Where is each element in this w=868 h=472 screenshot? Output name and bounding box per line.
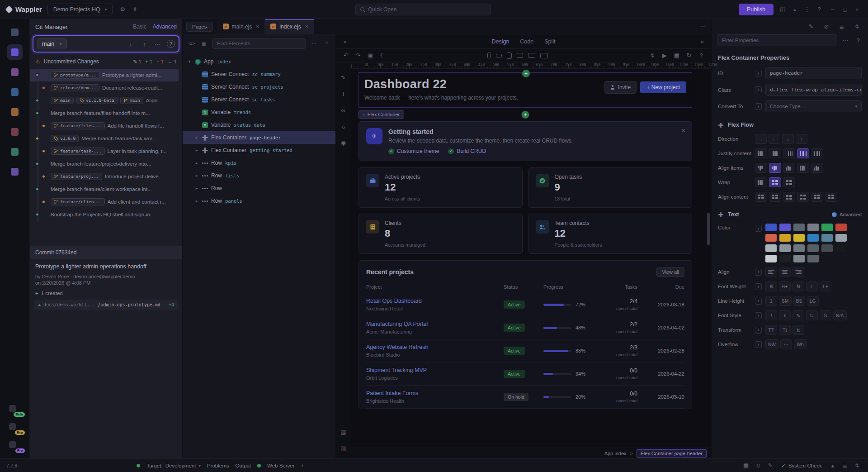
add-element-button[interactable]: + (522, 111, 529, 119)
close-tab-icon[interactable]: × (256, 24, 259, 30)
asset-manager-icon[interactable] (7, 124, 23, 139)
tree-node-row[interactable]: ▸Row (183, 182, 335, 195)
inspect-icon[interactable]: ▶ (660, 51, 669, 61)
grid-view-icon[interactable]: ▦ (339, 427, 348, 437)
commit-row[interactable]: Bootstrap the Projects HQ shell and sign… (30, 208, 179, 221)
theme-icon[interactable]: ◒ (790, 5, 799, 14)
color-swatch[interactable] (765, 224, 777, 231)
view-all-button[interactable]: View all (656, 267, 684, 277)
minimize-button[interactable]: ─ (828, 5, 837, 14)
file-tab[interactable]: eindex.ejs× (265, 19, 314, 34)
experimental-settings-icon[interactable]: Exp (9, 423, 21, 432)
jc-start-button[interactable] (755, 148, 767, 158)
project-row[interactable]: Manufacturing QA PortalAcme Manufacturin… (366, 316, 684, 339)
italic-icon[interactable]: I (765, 310, 777, 320)
overflow-nw-button[interactable]: NW (765, 339, 778, 349)
desktop-icon[interactable] (540, 53, 548, 58)
style-tool-icon[interactable]: ☼ (339, 121, 348, 131)
kpi-card[interactable]: Active projects12Across all clients (359, 167, 523, 208)
close-icon[interactable]: × (681, 126, 685, 134)
commit-row[interactable]: feature/proj...Introduce project delive.… (30, 170, 179, 183)
font-weight-b-plus-button[interactable]: B+ (779, 281, 791, 291)
filter-properties-input[interactable] (717, 34, 837, 46)
commit-row[interactable]: feature/files...Add file handoff flows f… (30, 119, 179, 132)
annotation-icon[interactable]: ✎ (793, 310, 804, 320)
code-view-icon[interactable]: </> (187, 38, 196, 48)
chevron-icon[interactable]: ▾ (187, 59, 192, 64)
redo-icon[interactable]: ↷ (354, 51, 363, 61)
quick-open-button[interactable]: Quick Open (355, 4, 491, 15)
color-swatch[interactable] (793, 234, 805, 242)
new-project-button[interactable]: + New project (640, 81, 686, 93)
info-icon[interactable]: i (755, 283, 762, 290)
mode-split[interactable]: Split (544, 38, 555, 45)
color-swatch[interactable] (821, 224, 833, 231)
tablet-landscape-icon[interactable] (517, 53, 523, 58)
project-selector[interactable]: Demo Projects HQ ▾ (47, 4, 113, 15)
deploy-icon[interactable]: ⇪ (130, 5, 139, 14)
list-icon[interactable]: ≣ (837, 21, 846, 31)
dark-mode-icon[interactable]: ☾ (378, 51, 387, 61)
project-row[interactable]: Patient Intake FormsBrightside HealthOn … (366, 386, 684, 409)
undo-icon[interactable]: ↶ (341, 51, 350, 61)
font-weight-b-button[interactable]: B (765, 281, 777, 291)
wr-wrap-button[interactable] (769, 177, 781, 187)
project-row[interactable]: Retail Ops DashboardNorthwind RetailActi… (366, 293, 684, 316)
color-swatch[interactable] (779, 234, 791, 242)
push-icon[interactable]: ↑ (140, 41, 149, 48)
uncommitted-changes-row[interactable]: ⚠ Uncommitted Changes ✎ 1+ 1− 1→ 1 (30, 55, 182, 68)
commit-row[interactable]: v1.0.0Merge branch feature/task-wor... (30, 132, 179, 145)
color-swatch[interactable] (793, 255, 805, 262)
font-style-na[interactable]: N/A (833, 310, 847, 320)
canvas-scrollbar[interactable] (707, 213, 710, 245)
git-ref-tag[interactable]: main (120, 97, 143, 104)
git-ref-tag[interactable]: prototype/a... (51, 72, 99, 79)
close-tab-icon[interactable]: × (305, 24, 308, 30)
color-swatch[interactable] (821, 234, 833, 242)
git-ref-tag[interactable]: feature/task-... (51, 148, 105, 155)
commit-row[interactable]: mainv1.1.0-betamainAlign... (30, 94, 179, 107)
advanced-toggle[interactable]: Advanced (832, 212, 862, 217)
info-icon[interactable]: i (755, 298, 762, 305)
text-align-center-button[interactable] (779, 267, 791, 277)
git-manager-icon[interactable] (7, 44, 23, 60)
git-ref-tag[interactable]: release/dem... (51, 84, 99, 91)
chevron-icon[interactable]: ▸ (194, 199, 199, 203)
panels-toggle-icon[interactable]: ◫ (778, 5, 787, 14)
components-icon[interactable] (7, 64, 23, 80)
font-weight-n-button[interactable]: N (793, 281, 804, 291)
output-button[interactable]: Output (236, 463, 251, 468)
git-help-icon[interactable]: ? (167, 40, 175, 48)
notes-icon[interactable]: ✎ (766, 461, 775, 471)
mode-design[interactable]: Design (491, 38, 509, 45)
customize-theme-link[interactable]: ✓ Customize theme (388, 148, 439, 154)
tree-node-trends[interactable]: Variabletrends (183, 106, 335, 119)
chevron-icon[interactable]: ▸ (194, 161, 199, 165)
wr-wrap-reverse-button[interactable] (783, 177, 795, 187)
canvas-subtitle[interactable]: Welcome back — here's what's happening a… (364, 95, 518, 101)
transform-tt-button[interactable]: tt (793, 325, 804, 335)
build-crud-link[interactable]: ✓ Build CRUD (448, 148, 486, 154)
jc-around-button[interactable] (811, 148, 823, 158)
collapse-left-icon[interactable]: « (340, 37, 349, 47)
line-height-bs-button[interactable]: BS (793, 296, 805, 306)
ai-start-button[interactable] (755, 163, 767, 173)
line-height-1-button[interactable]: 1 (765, 296, 777, 306)
tree-more-icon[interactable]: ⋯ (310, 38, 319, 48)
changed-file-row[interactable]: + docs/demo-workfl... /admin-ops-prototy… (34, 300, 178, 310)
invite-button[interactable]: Invite (604, 81, 637, 94)
color-swatch[interactable] (793, 224, 805, 231)
jc-end-button[interactable] (783, 148, 795, 158)
tabbar-more-icon[interactable]: ⋯ (698, 22, 708, 32)
text-align-right-button[interactable] (793, 267, 804, 277)
dir-row-button[interactable]: → (755, 134, 767, 144)
pages-dropdown[interactable]: Pages (186, 22, 213, 32)
ac-center-button[interactable] (769, 192, 781, 202)
publish-button[interactable]: Publish (739, 4, 774, 15)
git-ref-tag[interactable]: feature/proj... (51, 173, 102, 180)
dir-row-reverse-button[interactable]: ← (769, 134, 780, 144)
color-swatch[interactable] (765, 234, 777, 242)
tree-node-getting-started[interactable]: ▸Flex Containergetting-started (183, 144, 335, 157)
canvas-page-header[interactable]: Dashboard 22 Welcome back — here's what'… (359, 72, 692, 108)
chevron-icon[interactable]: ▸ (194, 173, 199, 178)
